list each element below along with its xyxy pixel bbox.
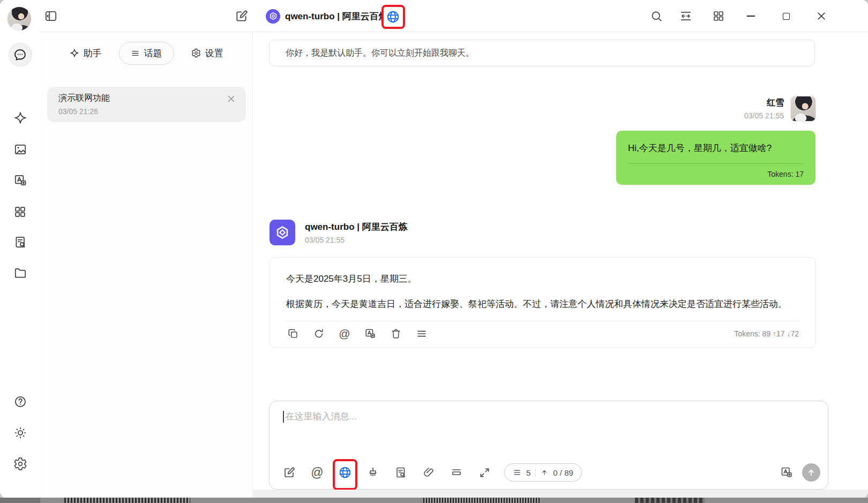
regenerate-button[interactable] [312, 327, 326, 341]
toolbar-right-group [779, 463, 820, 482]
paperclip-icon [422, 466, 435, 479]
delete-message-button[interactable] [389, 327, 403, 341]
tab-assistant[interactable]: 助手 [66, 42, 105, 64]
window-close-button[interactable] [813, 8, 829, 24]
broom-icon [366, 466, 379, 479]
assistant-avatar-qwen-icon [270, 220, 295, 245]
expand-icon [478, 467, 491, 479]
assistant-paragraph-2: 根据黄历，今天是黄道吉日，适合进行嫁娶、祭祀等活动。不过，请注意个人情况和具体情… [286, 296, 799, 313]
user-avatar[interactable] [8, 7, 31, 31]
mention-model-button[interactable]: @ [338, 327, 351, 341]
topics-list-icon [131, 49, 140, 58]
tab-topics[interactable]: 话题 [119, 42, 174, 65]
greeting-text: 你好，我是默认助手。你可以立刻开始跟我聊天。 [286, 48, 474, 59]
attach-file-button[interactable] [421, 464, 437, 481]
tab-settings[interactable]: 设置 [188, 42, 227, 64]
settings-tab-gear-icon [191, 48, 201, 58]
sidebar-item-chat[interactable] [9, 43, 32, 66]
translate-icon [13, 174, 27, 187]
clear-messages-button[interactable] [365, 464, 381, 481]
chat-bubble-icon [13, 48, 27, 62]
topics-panel: 助手 话题 设置 演示联网功能 03/05 21:26 [40, 32, 253, 499]
panel-tabs: 助手 话题 设置 [40, 41, 252, 65]
sidebar-item-translate[interactable] [9, 169, 32, 192]
apps-grid-icon [712, 10, 725, 22]
tab-assistant-label: 助手 [84, 47, 102, 59]
resize-width-button[interactable] [678, 8, 694, 24]
maximize-icon [783, 13, 790, 20]
topic-close-button[interactable] [225, 92, 237, 105]
user-message-time: 03/05 21:55 [744, 111, 784, 120]
resize-width-icon [679, 9, 693, 23]
sidebar-item-theme[interactable] [9, 421, 32, 445]
sidebar-item-knowledge[interactable] [9, 230, 32, 254]
at-icon: @ [339, 328, 350, 339]
user-name: 红雪 [767, 97, 784, 109]
apps-grid-button[interactable] [710, 8, 727, 24]
collapse-sidebar-button[interactable] [43, 8, 59, 24]
topic-time: 03/05 21:26 [58, 107, 98, 116]
mention-button[interactable]: @ [309, 464, 325, 481]
sidebar-item-help[interactable] [9, 390, 32, 414]
web-search-toggle[interactable] [337, 464, 353, 481]
translate-message-button[interactable] [363, 327, 377, 341]
model-title[interactable]: qwen-turbo | 阿里云百炼 [285, 10, 388, 22]
new-chat-button[interactable] [234, 8, 250, 24]
message-input-box[interactable]: 在这里输入消息... @ [269, 401, 828, 490]
highlight-box-top [381, 5, 405, 29]
collapse-sidebar-icon [44, 9, 58, 23]
left-sidebar-rail [0, 32, 40, 499]
copy-message-button[interactable] [286, 327, 300, 341]
qwen-model-icon [266, 9, 280, 24]
copy-icon [287, 328, 299, 340]
window-maximize-button[interactable] [778, 8, 794, 24]
search-button[interactable] [648, 8, 664, 24]
model-selector[interactable]: qwen-turbo | 阿里云百炼 [266, 7, 405, 25]
close-icon [816, 11, 827, 21]
sidebar-item-settings[interactable] [9, 452, 32, 476]
topic-item[interactable]: 演示联网功能 03/05 21:26 [47, 87, 246, 122]
help-icon [13, 395, 27, 409]
up-arrow-icon [541, 469, 548, 476]
sparkle-icon [13, 111, 27, 125]
tab-topics-label: 话题 [144, 47, 162, 59]
clear-context-icon [450, 466, 463, 479]
clear-context-button[interactable] [448, 464, 465, 481]
knowledge-search-icon [13, 235, 27, 249]
assistant-greeting-bar: 你好，我是默认助手。你可以立刻开始跟我聊天。 [269, 40, 815, 66]
web-search-globe-icon[interactable] [386, 10, 400, 24]
send-button[interactable] [802, 463, 820, 482]
topic-title: 演示联网功能 [58, 93, 110, 104]
message-input[interactable]: 在这里输入消息... [283, 410, 357, 423]
at-icon: @ [311, 467, 323, 479]
sidebar-item-miniapps[interactable] [9, 200, 32, 223]
window-minimize-button[interactable] [743, 8, 759, 24]
translate-icon [364, 328, 376, 340]
app-window: qwen-turbo | 阿里云百炼 [0, 0, 868, 499]
sidebar-item-files[interactable] [9, 261, 32, 285]
new-chat-icon [235, 9, 249, 23]
pill-divider [535, 468, 536, 477]
sidebar-item-images[interactable] [9, 138, 32, 161]
assistant-message-time: 03/05 21:55 [305, 236, 408, 244]
token-count-pill[interactable]: 5 0 / 89 [504, 463, 582, 482]
settings-gear-icon [13, 457, 27, 471]
bubble-divider [628, 163, 804, 164]
user-message-avatar[interactable] [791, 96, 815, 121]
user-message-bubble[interactable]: Hi,今天是几号，星期几，适宜做啥? Tokens: 17 [616, 131, 815, 185]
translate-input-button[interactable] [779, 464, 795, 481]
more-actions-button[interactable] [415, 327, 429, 341]
folder-icon [13, 266, 27, 280]
assistant-paragraph-1: 今天是2025年3月5日，星期三。 [286, 271, 799, 288]
trash-icon [390, 328, 402, 340]
sidebar-item-agents[interactable] [9, 106, 32, 130]
chat-pane: 你好，我是默认助手。你可以立刻开始跟我聊天。 红雪 03/05 21:55 Hi… [253, 32, 868, 499]
topic-close-icon [227, 94, 236, 103]
tab-settings-label: 设置 [205, 47, 223, 59]
knowledge-base-button[interactable] [393, 464, 409, 481]
assistant-name: qwen-turbo | 阿里云百炼 [305, 221, 408, 233]
expand-input-button[interactable] [476, 464, 492, 481]
new-topic-button[interactable] [281, 464, 297, 481]
more-menu-icon [416, 328, 428, 340]
titlebar: qwen-turbo | 阿里云百炼 [0, 0, 868, 32]
